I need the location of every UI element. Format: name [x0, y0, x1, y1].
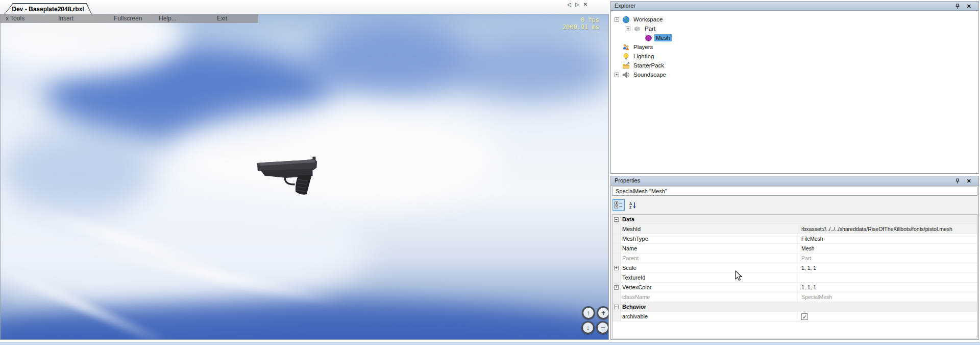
lighting-icon: [622, 53, 630, 60]
explorer-tree: + Workspace + Part: [611, 11, 978, 173]
explorer-title: Explorer: [615, 3, 635, 9]
az-sort-icon[interactable]: A Z: [627, 199, 639, 211]
property-row-parent: Parent Part: [612, 254, 977, 263]
selected-object-header: SpecialMesh "Mesh": [612, 187, 977, 196]
properties-panel: Properties ✕ SpecialMesh "Mesh" A: [610, 176, 979, 340]
expander-icon[interactable]: +: [615, 17, 619, 22]
viewport-menubar: x Tools Insert Fullscreen Help... Exit: [1, 14, 258, 23]
tree-item-label: Soundscape: [632, 71, 668, 78]
tree-item-label: Workspace: [632, 16, 664, 23]
section-label: Data: [621, 215, 799, 224]
archivable-checkbox[interactable]: ✓: [801, 313, 808, 320]
collapse-icon[interactable]: −: [614, 217, 619, 222]
expander-icon[interactable]: +: [626, 27, 630, 31]
property-grid: − Data MeshId rbxasset://../../../shared…: [612, 214, 977, 338]
property-name: Name: [621, 244, 799, 253]
property-row-name: Name Mesh: [612, 244, 977, 254]
property-name: TextureId: [621, 273, 799, 282]
property-value: Part: [799, 254, 977, 263]
tab-prev-icon[interactable]: ◁: [567, 2, 571, 7]
tab-next-icon[interactable]: ▷: [575, 2, 579, 7]
tree-item-label: Part: [643, 25, 657, 32]
collapse-icon[interactable]: −: [614, 305, 619, 309]
nav-down-button[interactable]: ↓: [581, 321, 595, 334]
close-icon[interactable]: ✕: [967, 2, 971, 11]
tree-item-mesh[interactable]: Mesh: [611, 33, 978, 42]
tree-item-part[interactable]: + Part: [611, 24, 978, 33]
render-stats: 0 fps 2009.91 ms: [562, 16, 599, 31]
zoom-out-button[interactable]: −: [596, 321, 609, 334]
property-value[interactable]: 1, 1, 1: [799, 283, 977, 292]
cloud-blob: [307, 22, 475, 99]
expand-icon[interactable]: +: [614, 285, 619, 290]
document-tab[interactable]: Dev - Baseplate2048.rbxl: [4, 3, 92, 14]
workspace-icon: [622, 16, 630, 24]
tree-item-label: StarterPack: [632, 62, 666, 69]
taskbar-strip[interactable]: [0, 342, 980, 345]
3d-viewport[interactable]: x Tools Insert Fullscreen Help... Exit 0…: [0, 14, 609, 340]
property-value: SpecialMesh: [799, 292, 977, 302]
properties-title: Properties: [615, 177, 640, 183]
property-name: MeshId: [621, 224, 799, 234]
document-tabstrip: Dev - Baseplate2048.rbxl ◁ ▷ ✕: [0, 0, 609, 14]
svg-text:Z: Z: [629, 205, 632, 209]
property-row-meshtype: MeshType FileMesh: [612, 234, 977, 244]
property-row-meshid: MeshId rbxasset://../../../shareddata/Ri…: [612, 224, 977, 234]
section-row-behavior[interactable]: − Behavior: [612, 302, 977, 312]
property-value[interactable]: [799, 273, 977, 282]
explorer-header: Explorer ✕: [611, 2, 978, 11]
tree-item-label: Players: [632, 43, 654, 51]
menu-item-exit[interactable]: Exit: [217, 15, 227, 22]
property-name: MeshType: [621, 234, 799, 243]
property-name: Parent: [621, 254, 799, 263]
property-value[interactable]: FileMesh: [799, 234, 977, 243]
nav-up-button[interactable]: ↑: [582, 306, 595, 319]
fps-counter: 0 fps: [562, 16, 599, 24]
categorize-icon[interactable]: [612, 199, 625, 211]
players-icon: [622, 43, 630, 51]
menu-item-insert[interactable]: Insert: [58, 15, 74, 22]
menu-item-fullscreen[interactable]: Fullscreen: [114, 15, 142, 22]
svg-text:A: A: [629, 202, 632, 205]
starterpack-icon: [622, 62, 630, 70]
property-name: VertexColor: [621, 283, 799, 292]
pin-icon[interactable]: [955, 178, 960, 187]
property-row-classname: className SpecialMesh: [612, 292, 977, 302]
section-label: Behavior: [621, 302, 799, 311]
tree-item-lighting[interactable]: Lighting: [611, 52, 978, 61]
property-value[interactable]: rbxasset://../../../shareddata/RiseOfThe…: [799, 224, 977, 234]
roblox-studio-screen: Dev - Baseplate2048.rbxl ◁ ▷ ✕ x Tools I…: [0, 0, 980, 345]
tree-item-soundscape[interactable]: + Soundscape: [611, 70, 978, 79]
cloud-blob: [1, 132, 154, 214]
document-window: Dev - Baseplate2048.rbxl ◁ ▷ ✕ x Tools I…: [0, 0, 609, 340]
part-icon: [633, 25, 641, 33]
property-value[interactable]: Mesh: [799, 244, 977, 253]
property-row-archivable: archivable ✓: [612, 312, 977, 321]
property-name: Scale: [621, 263, 799, 272]
soundscape-icon: [622, 71, 630, 79]
close-icon[interactable]: ✕: [967, 177, 971, 186]
tree-item-players[interactable]: Players: [611, 42, 978, 52]
tree-item-label-selected: Mesh: [654, 34, 672, 41]
tree-item-workspace[interactable]: + Workspace: [611, 15, 978, 24]
section-row-data[interactable]: − Data: [612, 215, 977, 224]
pistol-mesh-object[interactable]: [255, 143, 320, 199]
properties-header: Properties ✕: [611, 176, 978, 186]
frame-time: 2009.91 ms: [562, 24, 599, 31]
expand-icon[interactable]: +: [614, 266, 619, 270]
menu-item-help[interactable]: Help...: [159, 15, 177, 22]
document-tab-title: Dev - Baseplate2048.rbxl: [5, 4, 91, 14]
property-value[interactable]: 1, 1, 1: [799, 263, 977, 272]
property-name: className: [621, 292, 799, 302]
tree-item-starterpack[interactable]: StarterPack: [611, 61, 978, 70]
cloud-blob: [450, 35, 609, 101]
property-row-textureid: TextureId: [612, 273, 977, 283]
property-row-vertexcolor: + VertexColor 1, 1, 1: [612, 283, 977, 292]
property-name: archivable: [621, 312, 799, 321]
zoom-in-button[interactable]: +: [597, 306, 609, 319]
tree-item-label: Lighting: [632, 53, 655, 60]
explorer-panel: Explorer ✕ + Workspace +: [610, 1, 979, 174]
expander-icon[interactable]: +: [615, 73, 619, 77]
tab-close-icon[interactable]: ✕: [583, 2, 587, 7]
menu-item-tools[interactable]: x Tools: [6, 15, 24, 22]
